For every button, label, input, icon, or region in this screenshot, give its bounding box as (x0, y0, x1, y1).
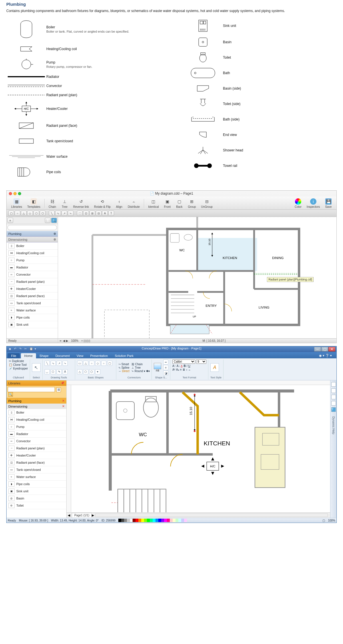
draw-tool[interactable]: A (63, 369, 68, 374)
close-icon[interactable]: ⊗ (53, 232, 56, 236)
search-icon[interactable]: 🔍 (8, 392, 13, 397)
lib-item[interactable]: ▬Radiator (7, 430, 66, 438)
lib-item[interactable]: ◎Basin (7, 495, 66, 502)
draw-tool[interactable]: ◡ (45, 369, 50, 374)
text-style[interactable]: A (210, 363, 219, 372)
qat-btn[interactable]: ◆ (9, 347, 13, 351)
tb-tree[interactable]: ⊥Tree (59, 198, 70, 209)
mini-btn[interactable]: ⬡ (40, 211, 45, 216)
sub-btn[interactable]: A₂ (176, 368, 179, 371)
lib-item[interactable]: ○Pump (7, 423, 66, 430)
mini-btn[interactable]: T (108, 211, 114, 216)
close-icon[interactable]: ✕ (62, 404, 65, 408)
mini-btn[interactable]: ⬠ (33, 211, 39, 216)
draw-tool[interactable]: ∿ (51, 361, 56, 366)
lib-item[interactable]: ◫Radiant panel (face) (7, 293, 58, 300)
btn-duplicate[interactable]: ✂ Duplicate (9, 359, 24, 363)
conn-direct[interactable]: → Direct (118, 370, 129, 373)
mini-btn[interactable]: ⤷ (68, 211, 73, 216)
lib-item[interactable]: ┄Radiant panel (plan) (7, 445, 66, 452)
lib-item[interactable]: ✜Heater/Cooler (7, 285, 58, 293)
close-icon[interactable]: ⊗ (53, 238, 56, 241)
lib-item[interactable]: ◗Pipe coils (7, 314, 58, 321)
side-view-btn[interactable]: ⋮⋮ (45, 218, 51, 223)
lib-item[interactable]: ▭Tank open/closed (7, 466, 66, 473)
qat-btn[interactable]: ▾ (35, 347, 39, 351)
lib-item[interactable]: ▣Sink unit (7, 321, 58, 328)
minimize-icon[interactable]: ─ (314, 347, 321, 351)
italic-btn[interactable]: I (187, 364, 188, 368)
mini-btn[interactable]: ╲ (49, 211, 55, 216)
shadow[interactable]: ◪ (163, 370, 168, 376)
mini-btn[interactable]: ⊡ (83, 211, 89, 216)
conn-smart[interactable]: ⤳ Smart (118, 363, 129, 366)
sup-btn[interactable]: A² (172, 368, 175, 371)
clear-icon[interactable]: ☒ (56, 388, 61, 392)
tab-solutionpark[interactable]: Solution Park (111, 353, 137, 358)
font-grow[interactable]: A↑ (172, 364, 176, 368)
font-shrink[interactable]: A↓ (177, 364, 180, 368)
shape-tool[interactable]: ⬠ (83, 369, 88, 374)
align-btn[interactable]: ⫞ (186, 368, 187, 371)
shape-tool[interactable]: △ (83, 361, 88, 366)
mac-canvas[interactable]: 15.10 WC KITCHEN DINING ENTRY LIVING UP … (58, 217, 336, 343)
conn-round[interactable]: ⤷ Round ▾ ✱▾ (131, 370, 150, 373)
lib-item[interactable]: ◫Radiant panel (face) (7, 459, 66, 466)
lib-item[interactable]: ◗Pipe coils (7, 481, 66, 488)
fill-picker[interactable] (154, 363, 161, 369)
tb-distribute[interactable]: ⫠Distribute (126, 198, 141, 209)
shape-tool[interactable]: △ (77, 369, 82, 374)
lib-item[interactable]: ▭Tank open/closed (7, 300, 58, 307)
conn-chain[interactable]: ⛓ Chain (131, 363, 150, 366)
qat-btn[interactable]: ↷ (19, 347, 23, 351)
font-color[interactable]: A̲ (181, 364, 183, 368)
qat-btn[interactable]: 📋 (29, 347, 33, 351)
search-icon[interactable]: 🔍 (51, 218, 57, 223)
scroll-left[interactable]: ◀ (68, 513, 70, 517)
page-tab[interactable]: Page1 (1/1) (72, 513, 92, 517)
fontsize-select[interactable]: 9 (196, 359, 206, 364)
dynamic-help-label[interactable]: Dynamic Help (332, 416, 335, 434)
cat-plumbing[interactable]: Plumbing⊗ (7, 231, 58, 237)
lib-item[interactable]: ▣Sink unit (7, 488, 66, 495)
shape-tool[interactable]: ○ (101, 361, 106, 366)
h-scrollbar[interactable] (95, 513, 328, 517)
lib-item[interactable]: ⊖Toilet (7, 502, 66, 509)
lib-item[interactable]: ✜Heater/Cooler (7, 452, 66, 459)
qat-btn[interactable]: ↶ (14, 347, 18, 351)
lib-item[interactable]: ═Convector (7, 438, 66, 445)
align-btn[interactable]: ⫠ (188, 368, 191, 371)
tb-ungroup[interactable]: ⊟UnGroup (199, 198, 214, 209)
mini-btn[interactable]: A (102, 211, 108, 216)
tb-back[interactable]: ▢Back (174, 198, 184, 209)
tb-templates[interactable]: ◧Templates (25, 198, 42, 209)
cat-dimensioning[interactable]: Dimensioning⊗ (7, 237, 58, 242)
close-icon[interactable]: ✕ (62, 399, 65, 403)
tab-shape[interactable]: Shape (36, 353, 52, 358)
shape-tool[interactable]: ◇ (95, 361, 100, 366)
lib-item[interactable]: ≈Water surface (7, 473, 66, 481)
btn-clone[interactable]: 📋 Clone Tool (9, 363, 27, 366)
btn-eyedropper[interactable]: 💉 Eyedropper (9, 367, 28, 370)
tab-file[interactable]: File (8, 353, 20, 358)
select-tool[interactable]: ↖ (32, 363, 41, 372)
mini-btn[interactable]: ⬚ (77, 211, 83, 216)
draw-tool[interactable]: ╲ (45, 361, 50, 366)
search-input[interactable] (7, 225, 57, 230)
shape-tool[interactable]: ▾ (95, 369, 100, 374)
lib-item[interactable]: ═Convector (7, 271, 58, 278)
tb-chain[interactable]: ⛓Chain (47, 198, 58, 209)
line-style[interactable]: ━ (163, 359, 168, 365)
tb-color[interactable]: Color (293, 198, 303, 209)
conn-spline[interactable]: ∿ Spline (118, 366, 129, 369)
mini-btn[interactable]: ⊞ (89, 211, 95, 216)
lib-item[interactable]: ≈Water surface (7, 307, 58, 314)
tb-group[interactable]: ⊞Group (186, 198, 198, 209)
mini-btn[interactable]: ∿ (55, 211, 61, 216)
lib-item[interactable]: ┄Radiant panel (plan) (7, 278, 58, 285)
panel-btn[interactable] (331, 388, 336, 393)
line-weight[interactable]: ≡ (163, 365, 168, 370)
shape-tool[interactable]: ▢ (107, 361, 112, 366)
font-select[interactable]: Calibri (172, 359, 195, 364)
mini-btn[interactable]: ◇ (27, 211, 33, 216)
